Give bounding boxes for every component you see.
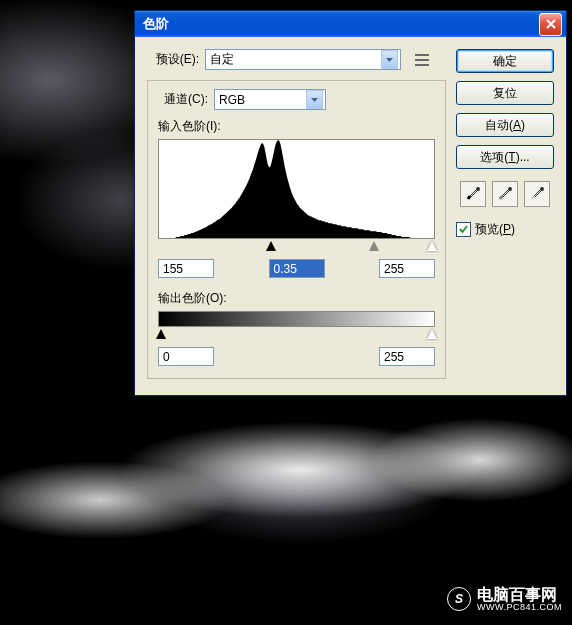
shadow-input[interactable] [158,259,214,278]
check-icon [458,224,469,235]
svg-point-2 [540,187,544,191]
channel-label: 通道(C): [164,91,208,108]
close-button[interactable] [539,13,562,36]
midtone-slider[interactable] [369,241,379,251]
output-high-slider[interactable] [427,329,437,339]
midtone-input[interactable] [269,259,325,278]
input-slider-track [158,241,435,253]
titlebar[interactable]: 色阶 [135,11,566,37]
channel-dropdown[interactable]: RGB [214,89,326,110]
watermark: S 电脑百事网 WWW.PC841.COM [447,586,562,613]
svg-point-1 [508,187,512,191]
output-high-input[interactable] [379,347,435,366]
output-low-input[interactable] [158,347,214,366]
preview-label: 预览(P) [475,221,515,238]
eyedropper-icon [497,186,513,202]
svg-point-0 [476,187,480,191]
watermark-name: 电脑百事网 [477,586,562,604]
output-slider-track [158,329,435,341]
window-title: 色阶 [139,15,539,33]
chevron-down-icon [381,50,398,69]
preset-label: 预设(E): [147,51,199,68]
auto-label: 自动(A) [485,117,525,134]
channel-value: RGB [219,93,306,107]
highlight-input[interactable] [379,259,435,278]
white-eyedropper[interactable] [524,181,550,207]
cancel-button[interactable]: 复位 [456,81,554,105]
preset-value: 自定 [210,51,381,68]
eyedropper-icon [529,186,545,202]
highlight-slider[interactable] [427,241,437,251]
chevron-down-icon [306,90,323,109]
output-gradient [158,311,435,327]
close-icon [546,19,556,29]
options-button[interactable]: 选项(T)... [456,145,554,169]
output-low-slider[interactable] [156,329,166,339]
options-label: 选项(T)... [480,149,529,166]
auto-button[interactable]: 自动(A) [456,113,554,137]
ok-button[interactable]: 确定 [456,49,554,73]
levels-fieldset: 通道(C): RGB 输入色阶(I): [147,80,446,379]
eyedropper-icon [465,186,481,202]
histogram [158,139,435,239]
eyedropper-group [456,181,554,207]
levels-dialog: 色阶 预设(E): 自定 通道(C): RGB [134,10,567,396]
black-eyedropper[interactable] [460,181,486,207]
preview-checkbox[interactable] [456,222,471,237]
preset-dropdown[interactable]: 自定 [205,49,401,70]
preset-menu-icon[interactable] [415,54,429,66]
watermark-url: WWW.PC841.COM [477,603,562,613]
gray-eyedropper[interactable] [492,181,518,207]
output-levels-label: 输出色阶(O): [158,290,435,307]
input-levels-label: 输入色阶(I): [158,118,435,135]
watermark-logo-icon: S [447,587,471,611]
shadow-slider[interactable] [266,241,276,251]
